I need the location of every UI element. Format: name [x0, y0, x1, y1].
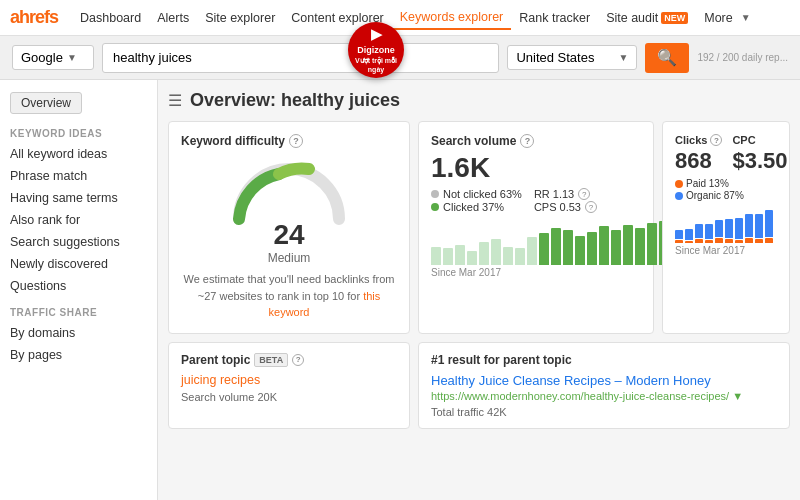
- parent-topic-link[interactable]: juicing recipes: [181, 373, 397, 387]
- sv-bar: [527, 237, 537, 265]
- traffic-share-section-title: TRAFFIC SHARE: [0, 297, 157, 322]
- sv-bar: [515, 248, 525, 265]
- country-select[interactable]: United States ▼: [507, 45, 637, 70]
- clicks-cpc-card: Clicks ? 868 CPC $3.50 Paid 13%: [662, 121, 790, 334]
- nav-link-more[interactable]: More: [696, 7, 740, 29]
- cps-value: CPS 0.53: [534, 201, 581, 213]
- engine-chevron: ▼: [67, 52, 77, 63]
- clicks-bar-group: [675, 230, 683, 243]
- paid-dot: [675, 180, 683, 188]
- rr-info-icon[interactable]: ?: [578, 188, 590, 200]
- kd-info-icon[interactable]: ?: [289, 134, 303, 148]
- main-layout: Overview KEYWORD IDEAS All keyword ideas…: [0, 80, 800, 500]
- content-header: ☰ Overview: healthy juices: [168, 90, 790, 111]
- clicks-bar-group: [695, 224, 703, 243]
- beta-badge: BETA: [254, 353, 288, 367]
- sv-bar: [635, 228, 645, 265]
- digizone-play-icon: ▶: [371, 25, 382, 43]
- sidebar-item-having-same-terms[interactable]: Having same terms: [0, 187, 157, 209]
- search-button[interactable]: 🔍: [645, 43, 689, 73]
- cpc-value: $3.50: [732, 148, 787, 174]
- digizone-badge[interactable]: ▶ Digizone Vượt trội mỗi ngày: [348, 22, 404, 78]
- search-volume-card: Search volume ? 1.6K Not clicked 63% Cli…: [418, 121, 654, 334]
- nav-links: Dashboard Alerts Site explorer Content e…: [72, 6, 790, 30]
- sidebar-item-search-suggestions[interactable]: Search suggestions: [0, 231, 157, 253]
- sv-bar: [491, 239, 501, 265]
- clicks-bar-group: [765, 210, 773, 243]
- sidebar-item-all-keyword-ideas[interactable]: All keyword ideas: [0, 143, 157, 165]
- sv-info-icon[interactable]: ?: [520, 134, 534, 148]
- overview-tab-button[interactable]: Overview: [10, 92, 82, 114]
- sidebar-item-newly-discovered[interactable]: Newly discovered: [0, 253, 157, 275]
- country-chevron: ▼: [618, 52, 628, 63]
- search-engine-select[interactable]: Google ▼: [12, 45, 94, 70]
- nav-link-rank-tracker[interactable]: Rank tracker: [511, 7, 598, 29]
- sv-bar: [479, 242, 489, 265]
- parent-topic-title: Parent topic BETA ?: [181, 353, 397, 367]
- parent-topic-volume: Search volume 20K: [181, 391, 397, 403]
- sv-bar: [467, 251, 477, 265]
- cards-row: Keyword difficulty ? 24 Medium: [168, 121, 790, 334]
- paid-pct: Paid 13%: [686, 178, 729, 189]
- cps-info-icon[interactable]: ?: [585, 201, 597, 213]
- logo[interactable]: ahrefs: [10, 7, 58, 28]
- organic-pct: Organic 87%: [686, 190, 744, 201]
- clicked-dot: [431, 203, 439, 211]
- nav-link-dashboard[interactable]: Dashboard: [72, 7, 149, 29]
- kd-description: We estimate that you'll need backlinks f…: [181, 271, 397, 321]
- clicks-bar-group: [745, 214, 753, 243]
- sv-value: 1.6K: [431, 152, 641, 184]
- clicks-bar-group: [725, 219, 733, 243]
- sv-chart: [431, 217, 641, 265]
- gauge-label: Medium: [268, 251, 311, 265]
- nav-link-site-audit[interactable]: Site audit NEW: [598, 7, 696, 29]
- sidebar-item-also-rank-for[interactable]: Also rank for: [0, 209, 157, 231]
- sv-stats: Not clicked 63% Clicked 37% RR 1.13 ?: [431, 188, 641, 213]
- sidebar-item-by-pages[interactable]: By pages: [0, 344, 157, 366]
- sv-bar: [563, 230, 573, 265]
- parent-topic-info-icon[interactable]: ?: [292, 354, 304, 366]
- not-clicked-pct: Not clicked 63%: [443, 188, 522, 200]
- sv-bar: [611, 230, 621, 265]
- gauge-svg: [224, 154, 354, 229]
- clicks-bar-group: [685, 229, 693, 243]
- sv-bar: [575, 236, 585, 265]
- nav-link-site-explorer[interactable]: Site explorer: [197, 7, 283, 29]
- sidebar-item-questions[interactable]: Questions: [0, 275, 157, 297]
- result-link[interactable]: Healthy Juice Cleanse Recipes – Modern H…: [431, 373, 777, 388]
- engine-label: Google: [21, 50, 63, 65]
- sidebar-item-by-domains[interactable]: By domains: [0, 322, 157, 344]
- rr-value: RR 1.13: [534, 188, 574, 200]
- nav-link-keywords-explorer[interactable]: Keywords explorer: [392, 6, 512, 30]
- nav-link-alerts[interactable]: Alerts: [149, 7, 197, 29]
- sv-bar: [587, 232, 597, 265]
- result-arrow: ▼: [732, 390, 743, 402]
- clicks-since-label: Since Mar 2017: [675, 245, 777, 256]
- top-nav: ahrefs Dashboard Alerts Site explorer Co…: [0, 0, 800, 36]
- gauge-score: 24: [273, 219, 304, 251]
- digizone-tagline: Vượt trội mỗi ngày: [348, 56, 404, 74]
- daily-limit: 192 / 200 daily rep...: [697, 52, 788, 63]
- page-title: Overview: healthy juices: [190, 90, 400, 111]
- menu-icon[interactable]: ☰: [168, 91, 182, 110]
- sv-bar: [503, 247, 513, 265]
- new-badge: NEW: [661, 12, 688, 24]
- sv-bar: [623, 225, 633, 265]
- sidebar-overview-tab: Overview: [0, 88, 157, 118]
- clicks-info-icon[interactable]: ?: [710, 134, 722, 146]
- cpc-section: CPC $3.50: [732, 134, 787, 174]
- sv-bar: [551, 228, 561, 265]
- clicks-bar-group: [705, 224, 713, 243]
- parent-topic-card: Parent topic BETA ? juicing recipes Sear…: [168, 342, 410, 429]
- sv-card-title: Search volume ?: [431, 134, 641, 148]
- clicks-bar-group: [715, 220, 723, 243]
- sv-bar: [599, 226, 609, 265]
- clicks-legend: Paid 13% Organic 87%: [675, 178, 777, 201]
- more-chevron: ▼: [741, 12, 751, 23]
- content-area: ☰ Overview: healthy juices Keyword diffi…: [158, 80, 800, 500]
- search-input[interactable]: [102, 43, 499, 73]
- sv-since-label: Since Mar 2017: [431, 267, 641, 278]
- clicks-bar-group: [735, 218, 743, 243]
- sidebar-item-phrase-match[interactable]: Phrase match: [0, 165, 157, 187]
- gauge-container: 24 Medium: [181, 154, 397, 271]
